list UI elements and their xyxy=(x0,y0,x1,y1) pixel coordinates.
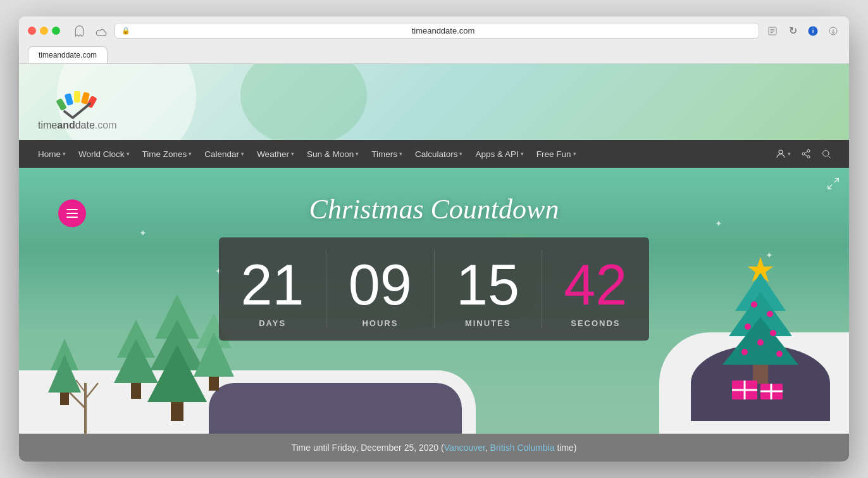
nav-timezones-chevron: ▾ xyxy=(189,151,192,157)
hours-label: HOURS xyxy=(362,318,398,328)
svg-text:i: i xyxy=(812,27,814,34)
christmas-tree-area xyxy=(710,254,811,415)
download-icon[interactable] xyxy=(826,24,840,38)
svg-point-43 xyxy=(751,301,757,308)
svg-line-17 xyxy=(805,151,808,153)
svg-rect-37 xyxy=(60,393,69,405)
maximize-button[interactable] xyxy=(52,27,60,35)
nav-time-zones[interactable]: Time Zones ▾ xyxy=(136,140,199,168)
ghost-icon[interactable] xyxy=(73,24,87,38)
info-icon[interactable]: i xyxy=(806,24,820,38)
nav-weather-chevron: ▾ xyxy=(291,151,294,157)
nav-freefun-chevron: ▾ xyxy=(573,151,576,157)
menu-line-1 xyxy=(66,209,78,210)
menu-line-3 xyxy=(66,217,78,218)
logo-date: date xyxy=(75,120,95,130)
seconds-label: SECONDS xyxy=(571,318,620,328)
countdown-title: Christmas Countdown xyxy=(309,193,559,225)
nav-account-button[interactable]: ▾ xyxy=(770,140,796,168)
hero-area: ✦ ✦ ✦ ✦ Christmas Countdown 21 DAYS xyxy=(19,168,849,434)
refresh-icon[interactable]: ↻ xyxy=(786,24,800,38)
nav-account-chevron: ▾ xyxy=(788,151,791,157)
minutes-label: MINUTES xyxy=(465,318,511,328)
nav-home[interactable]: Home ▾ xyxy=(32,140,72,168)
expand-icon[interactable] xyxy=(826,177,840,194)
hamburger-icon xyxy=(66,209,78,218)
countdown-box: 21 DAYS 09 HOURS 15 MINUTES 42 SECONDS xyxy=(219,237,649,341)
logo-text: timeanddate.com xyxy=(38,120,117,131)
svg-line-21 xyxy=(70,393,85,408)
minimize-button[interactable] xyxy=(40,27,48,35)
nav-share-button[interactable] xyxy=(796,140,816,168)
svg-marker-36 xyxy=(48,355,81,393)
header-oval-decoration xyxy=(240,64,367,140)
christmas-tree-svg xyxy=(710,254,811,412)
svg-point-13 xyxy=(807,149,810,152)
hours-number: 09 xyxy=(349,256,412,313)
nav-calculators[interactable]: Calculators ▾ xyxy=(409,140,469,168)
nav-free-fun[interactable]: Free Fun ▾ xyxy=(530,140,583,168)
nav-home-chevron: ▾ xyxy=(63,151,66,157)
footer-text-suffix: time) xyxy=(555,443,577,453)
sparkle-1: ✦ xyxy=(139,228,147,238)
browser-chrome: 🔒 timeanddate.com ↻ i xyxy=(19,16,849,64)
nav-timers[interactable]: Timers ▾ xyxy=(365,140,409,168)
close-button[interactable] xyxy=(28,27,36,35)
tab-label: timeanddate.com xyxy=(39,51,97,60)
svg-point-45 xyxy=(745,324,751,330)
countdown-hours: 09 HOURS xyxy=(326,237,433,341)
svg-rect-34 xyxy=(209,377,219,391)
footer-bar: Time until Friday, December 25, 2020 (Va… xyxy=(19,434,849,462)
cloud-icon[interactable] xyxy=(94,24,108,38)
site-content: timeanddate.com Home ▾ World Clock ▾ Tim… xyxy=(19,64,849,462)
pine-tree-left-edge xyxy=(48,339,81,405)
active-tab[interactable]: timeanddate.com xyxy=(28,46,108,63)
nav-weather[interactable]: Weather ▾ xyxy=(251,140,301,168)
svg-marker-26 xyxy=(114,339,158,383)
svg-point-12 xyxy=(779,150,783,154)
menu-button[interactable] xyxy=(58,199,86,227)
svg-line-16 xyxy=(805,154,808,156)
svg-rect-31 xyxy=(171,402,183,421)
browser-window: 🔒 timeanddate.com ↻ i xyxy=(19,16,849,462)
url-text: timeanddate.com xyxy=(134,26,752,35)
nav-sun-moon[interactable]: Sun & Moon ▾ xyxy=(301,140,365,168)
browser-nav-icons xyxy=(73,24,108,38)
days-label: DAYS xyxy=(259,318,286,328)
nav-calculators-chevron: ▾ xyxy=(459,151,462,157)
pine-tree-tall xyxy=(147,294,207,421)
logo-time: time xyxy=(38,120,57,130)
logo-area: timeanddate.com xyxy=(38,86,117,131)
countdown-days: 21 DAYS xyxy=(219,237,326,341)
nav-sunmoon-chevron: ▾ xyxy=(356,151,359,157)
nav-world-clock[interactable]: World Clock ▾ xyxy=(72,140,136,168)
address-bar[interactable]: 🔒 timeanddate.com xyxy=(115,23,759,39)
svg-line-19 xyxy=(828,156,831,158)
nav-timers-chevron: ▾ xyxy=(399,151,402,157)
nav-calendar-chevron: ▾ xyxy=(241,151,244,157)
nav-calendar[interactable]: Calendar ▾ xyxy=(198,140,251,168)
traffic-lights xyxy=(28,27,60,35)
site-header: timeanddate.com xyxy=(19,64,849,140)
svg-point-49 xyxy=(776,351,783,357)
countdown-minutes: 15 MINUTES xyxy=(435,237,542,341)
nav-apps-api[interactable]: Apps & API ▾ xyxy=(469,140,530,168)
browser-tabs: timeanddate.com xyxy=(28,44,840,63)
svg-point-15 xyxy=(807,156,810,158)
svg-point-44 xyxy=(767,311,773,317)
sparkle-3: ✦ xyxy=(715,218,722,229)
minutes-number: 15 xyxy=(456,256,519,313)
nav-appsapi-chevron: ▾ xyxy=(521,151,524,157)
logo-and: and xyxy=(57,120,75,130)
nav-worldclock-chevron: ▾ xyxy=(127,151,130,157)
lock-icon: 🔒 xyxy=(121,27,130,35)
footer-region-link[interactable]: British Columbia xyxy=(490,443,555,453)
nav-search-button[interactable] xyxy=(816,140,836,168)
site-nav: Home ▾ World Clock ▾ Time Zones ▾ Calend… xyxy=(19,140,849,168)
svg-line-22 xyxy=(85,383,98,399)
footer-city-link[interactable]: Vancouver xyxy=(444,443,485,453)
footer-comma: , xyxy=(485,443,490,453)
svg-point-18 xyxy=(823,151,829,156)
reader-icon[interactable] xyxy=(766,24,779,38)
footer-text-prefix: Time until Friday, December 25, 2020 ( xyxy=(291,443,443,453)
